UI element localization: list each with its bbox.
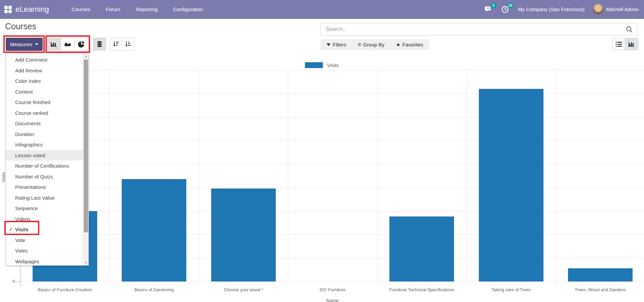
x-axis-label: Furniture Technical Specifications xyxy=(377,287,466,292)
h-gridline xyxy=(20,117,644,118)
measure-menu-item[interactable]: Content xyxy=(6,87,88,97)
group-by-button[interactable]: ≡ Group By xyxy=(358,42,384,47)
x-axis-title: Name xyxy=(20,298,644,302)
page-title: Courses xyxy=(5,22,36,31)
dropdown-scrollbar[interactable]: ▲ ▼ xyxy=(83,54,88,265)
legend-swatch xyxy=(305,62,323,68)
h-gridline xyxy=(20,258,644,258)
bar[interactable] xyxy=(211,189,276,281)
company-switcher[interactable]: My Company (San Francisco) xyxy=(518,6,584,12)
measure-menu-item[interactable]: Videos xyxy=(6,214,88,225)
h-gridline xyxy=(20,281,644,282)
v-gridline xyxy=(199,70,199,284)
graph-view-button[interactable] xyxy=(625,38,638,50)
search-box xyxy=(320,23,637,35)
star-icon: ★ xyxy=(396,42,400,47)
stacked-button[interactable] xyxy=(93,38,106,51)
measure-menu-item[interactable]: Color Index xyxy=(6,76,88,87)
apps-menu-icon[interactable] xyxy=(4,6,12,13)
sort-desc-button[interactable] xyxy=(110,38,122,51)
search-icon[interactable] xyxy=(626,26,633,33)
x-axis-label: Choose your wood ! xyxy=(199,287,288,292)
graph-view-icon xyxy=(628,41,635,47)
navbar-menu-item-courses[interactable]: Courses xyxy=(65,4,97,15)
bar[interactable] xyxy=(568,268,633,281)
measure-menu-item[interactable]: Add Review xyxy=(6,65,88,76)
measure-menu-item[interactable]: Votes xyxy=(6,245,88,256)
stacked-toggle-group xyxy=(93,38,106,51)
x-axis-label: Basics of Gardening xyxy=(109,287,198,292)
h-gridline xyxy=(20,211,644,211)
legend-label: Visits xyxy=(327,62,339,68)
chart-type-group xyxy=(47,38,88,51)
measure-menu-item[interactable]: Presentations xyxy=(6,182,88,193)
v-gridline xyxy=(377,70,378,284)
x-axis-label: Basics of Furniture Creation xyxy=(20,287,109,292)
measure-menu-item[interactable]: Vote xyxy=(6,235,88,246)
bar-chart-icon xyxy=(50,41,58,47)
list-icon xyxy=(615,41,622,47)
measure-menu-item[interactable]: Course ranked xyxy=(6,108,88,119)
navbar-menu-item-reporting[interactable]: Reporting xyxy=(129,4,164,15)
v-gridline xyxy=(466,70,467,284)
measure-menu-item[interactable]: Duration xyxy=(6,129,88,140)
zero-tick xyxy=(15,281,20,282)
top-navbar: eLearning CoursesForumReportingConfigura… xyxy=(0,0,644,19)
group-by-icon: ≡ xyxy=(358,42,361,47)
bar[interactable] xyxy=(389,216,454,281)
avatar xyxy=(593,4,604,15)
navbar-menu-item-configuration[interactable]: Configuration xyxy=(167,4,210,15)
favorites-button[interactable]: ★ Favorites xyxy=(396,42,423,47)
area-chart-icon xyxy=(64,41,71,47)
h-gridline xyxy=(20,164,644,164)
bar[interactable] xyxy=(479,89,543,281)
scroll-down-icon[interactable]: ▼ xyxy=(83,260,89,265)
navbar-menu: CoursesForumReportingConfiguration xyxy=(65,4,210,15)
h-gridline xyxy=(20,140,644,141)
measure-menu-item[interactable]: Course finished xyxy=(6,97,88,108)
sort-group xyxy=(110,38,134,51)
messages-count-badge: 5 xyxy=(491,3,496,8)
bar-chart-button[interactable] xyxy=(47,38,61,51)
list-view-button[interactable] xyxy=(612,38,625,50)
chart-legend[interactable]: Visits xyxy=(305,62,339,68)
filter-icon xyxy=(327,43,331,46)
measure-menu-item[interactable]: Sequence xyxy=(6,203,88,214)
scroll-up-icon[interactable]: ▲ xyxy=(83,54,89,59)
measure-menu-item[interactable]: Infographics xyxy=(6,139,88,150)
measure-menu-item[interactable]: Number of Quizs xyxy=(6,171,88,182)
group-by-label: Group By xyxy=(363,42,384,47)
measure-menu-item[interactable]: Webpages xyxy=(6,256,88,266)
view-switcher xyxy=(612,38,638,50)
v-gridline xyxy=(288,70,288,284)
filters-label: Filters xyxy=(333,42,346,47)
measure-menu-item[interactable]: Documents xyxy=(6,118,88,129)
x-axis-label: DIY Furniture xyxy=(288,287,377,292)
user-menu[interactable]: Mitchell Admin xyxy=(593,4,639,15)
measure-menu-item[interactable]: ✓Visits xyxy=(6,224,88,235)
bar[interactable] xyxy=(122,179,186,281)
measures-button[interactable]: Measures xyxy=(6,38,43,51)
sort-asc-button[interactable] xyxy=(122,38,134,51)
scrollbar-thumb[interactable] xyxy=(84,60,88,232)
measure-menu-item[interactable]: Add Comment xyxy=(6,55,88,65)
navbar-menu-item-forum[interactable]: Forum xyxy=(100,4,127,15)
measures-dropdown: Add CommentAdd ReviewColor IndexContentC… xyxy=(6,53,89,266)
messages-button[interactable]: 5 xyxy=(484,5,493,14)
measure-menu-item[interactable]: Lesson voted xyxy=(6,150,88,161)
activities-button[interactable]: 24 xyxy=(501,5,510,14)
measure-menu-item[interactable]: Rating Last Value xyxy=(6,193,88,203)
search-options-bar: Filters ≡ Group By ★ Favorites xyxy=(320,39,429,50)
search-input[interactable] xyxy=(321,26,626,32)
favorites-label: Favorites xyxy=(403,42,423,47)
caret-down-icon xyxy=(35,43,38,45)
h-gridline xyxy=(20,94,644,94)
measure-menu-item[interactable]: Number of Certifications xyxy=(6,161,88,171)
pie-chart-button[interactable] xyxy=(75,38,88,51)
y-axis-title: Visits xyxy=(1,172,6,182)
x-axis-label: Taking care of Trees xyxy=(466,287,556,292)
y-tick-label-0: 0 xyxy=(8,279,15,284)
line-chart-button[interactable] xyxy=(61,38,75,51)
filters-button[interactable]: Filters xyxy=(327,42,346,47)
h-gridline xyxy=(20,234,644,235)
